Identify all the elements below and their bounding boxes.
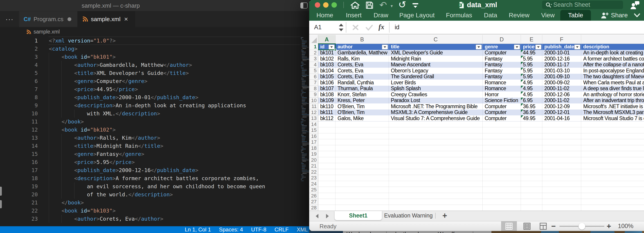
close-tab-icon[interactable]: × xyxy=(124,15,128,23)
code-line[interactable]: <?xml version="1.0"?> xyxy=(49,37,116,45)
row-header-25[interactable]: 25 xyxy=(309,187,316,193)
toggle-sidebar-icon[interactable] xyxy=(300,2,308,8)
status-item[interactable]: XML xyxy=(297,226,308,233)
cell[interactable]: 2001-09-10 xyxy=(542,74,581,80)
cell[interactable]: Ralls, Kim xyxy=(336,56,389,62)
code-line[interactable]: <description>An in-depth look at creatin… xyxy=(49,102,246,110)
ellipsis-icon[interactable]: ··· xyxy=(0,11,19,27)
column-header-E[interactable]: E xyxy=(521,35,542,44)
cell[interactable]: The Microsoft MSXML3 parser is covered i… xyxy=(581,110,644,116)
minimap[interactable] xyxy=(301,37,310,217)
header-cell[interactable]: description xyxy=(581,44,644,50)
code-line[interactable]: <author>Corets, Eva</author> xyxy=(49,215,163,223)
cell[interactable]: 36.95 xyxy=(521,104,542,110)
cell[interactable]: Computer xyxy=(483,110,521,116)
row-header-6[interactable]: 6 xyxy=(309,74,316,80)
cell[interactable]: In post-apocalypse England, the mysterio… xyxy=(581,68,644,74)
cell[interactable]: Microsoft Visual Studio 7 is explained i… xyxy=(581,116,644,122)
cell[interactable]: 49.95 xyxy=(521,116,542,122)
cell[interactable]: 5.95 xyxy=(521,74,542,80)
cell[interactable]: After an inadvertant trip through a Heis… xyxy=(581,98,644,104)
cell[interactable]: Horror xyxy=(483,92,521,98)
sheet-tab-sheet1[interactable]: Sheet1 xyxy=(334,211,382,220)
name-box[interactable]: A1 xyxy=(314,21,322,34)
cell[interactable]: When Carla meets Paul at an ornithology … xyxy=(581,80,644,86)
row-header-9[interactable]: 9 xyxy=(309,92,316,98)
cell[interactable]: Randall, Cynthia xyxy=(336,80,389,86)
code-editor[interactable]: 1234567891011121314151617181920212223 <?… xyxy=(0,37,310,226)
header-cell[interactable]: price xyxy=(521,44,542,50)
redo-icon[interactable]: ↺ xyxy=(398,0,406,10)
ribbon-tab-draw[interactable]: Draw xyxy=(372,10,390,21)
cell[interactable]: 2001-04-16 xyxy=(542,116,581,122)
cell[interactable]: Midnight Rain xyxy=(389,56,483,62)
row-header-21[interactable]: 21 xyxy=(309,163,316,169)
cell[interactable]: bk106 xyxy=(318,80,336,86)
cell[interactable]: Creepy Crawlies xyxy=(389,92,483,98)
undo-icon[interactable]: ↶ xyxy=(380,0,387,10)
prev-sheet-icon[interactable] xyxy=(314,213,320,219)
cell[interactable]: An in-depth look at creating application… xyxy=(581,50,644,56)
cell[interactable]: 4.95 xyxy=(521,80,542,86)
cell[interactable]: Microsoft .NET: The Programming Bible xyxy=(389,104,483,110)
code-line[interactable]: <author>Ralls, Kim</author> xyxy=(49,134,160,142)
ribbon-tab-insert[interactable]: Insert xyxy=(344,10,364,21)
cell[interactable]: Fantasy xyxy=(483,56,521,62)
cell[interactable]: Fantasy xyxy=(483,62,521,68)
row-header-23[interactable]: 23 xyxy=(309,175,316,181)
column-header-D[interactable]: D xyxy=(483,35,521,44)
row-header-4[interactable]: 4 xyxy=(309,62,316,68)
modified-dot-icon[interactable] xyxy=(68,17,71,21)
code-line[interactable]: <price>5.95</price> xyxy=(49,158,135,166)
cell[interactable]: XML Developer's Guide xyxy=(389,50,483,56)
customize-toolbar-icon[interactable] xyxy=(412,3,419,8)
header-cell[interactable]: publish_date xyxy=(542,44,581,50)
cell[interactable]: 4.95 xyxy=(521,86,542,92)
cell[interactable]: Maeve Ascendant xyxy=(389,62,483,68)
code-line[interactable]: <title>Midnight Rain</title> xyxy=(49,142,163,150)
cell[interactable]: Fantasy xyxy=(483,74,521,80)
column-header-F[interactable]: F xyxy=(542,35,581,44)
cell[interactable]: Computer xyxy=(483,104,521,110)
header-cell[interactable]: genre xyxy=(483,44,521,50)
code-line[interactable]: </book> xyxy=(49,198,84,207)
row-header-3[interactable]: 3 xyxy=(309,56,316,62)
close-window-button[interactable] xyxy=(315,2,320,8)
row-header-10[interactable]: 10 xyxy=(309,98,316,104)
undo-dropdown-icon[interactable]: ▾ xyxy=(391,1,393,11)
vscode-titlebar[interactable]: sample.xml — c-sharp xyxy=(0,0,310,11)
spreadsheet-grid[interactable]: idauthortitlegenrepricepublish_datedescr… xyxy=(309,44,644,211)
home-icon[interactable] xyxy=(350,1,360,9)
cell[interactable]: Lover Birds xyxy=(389,80,483,86)
tab-sample-xml[interactable]: sample.xml × xyxy=(78,11,135,27)
ribbon-tab-view[interactable]: View xyxy=(539,10,557,21)
fill-handle[interactable] xyxy=(334,49,336,51)
cell[interactable]: Thurman, Paula xyxy=(336,86,389,92)
zoom-window-button[interactable] xyxy=(332,2,337,8)
row-header-26[interactable]: 26 xyxy=(309,193,316,199)
code-line[interactable]: <title>XML Developer's Guide</title> xyxy=(49,69,189,77)
cell[interactable]: Romance xyxy=(483,86,521,92)
code-line[interactable]: of the world.</description> xyxy=(49,190,173,198)
next-sheet-icon[interactable] xyxy=(324,213,330,219)
code-line[interactable]: with XML.</description> xyxy=(49,110,160,118)
code-line[interactable]: <book id="bk103"> xyxy=(49,207,116,215)
filter-dropdown-publish_date[interactable] xyxy=(574,44,580,50)
row-header-5[interactable]: 5 xyxy=(309,68,316,74)
zoom-slider-knob[interactable] xyxy=(578,223,585,230)
cell[interactable]: Fantasy xyxy=(483,68,521,74)
chevron-down-icon[interactable] xyxy=(634,13,640,18)
code-line[interactable]: <price>44.95</price> xyxy=(49,85,138,93)
search-sheet-field[interactable]: Search Sheet xyxy=(542,1,623,9)
page-break-view-button[interactable] xyxy=(536,221,550,231)
cell[interactable]: 2000-12-06 xyxy=(542,92,581,98)
cell[interactable]: 4.95 xyxy=(521,92,542,98)
code-line[interactable]: </book> xyxy=(49,118,84,126)
save-icon[interactable] xyxy=(366,1,374,9)
cell[interactable]: bk101 xyxy=(318,50,336,56)
cell[interactable]: bk112 xyxy=(318,116,336,122)
header-cell[interactable]: author xyxy=(336,44,389,50)
row-header-20[interactable]: 20 xyxy=(309,157,316,163)
cell[interactable]: bk102 xyxy=(318,56,336,62)
contacts-chat-icon[interactable] xyxy=(630,1,640,10)
